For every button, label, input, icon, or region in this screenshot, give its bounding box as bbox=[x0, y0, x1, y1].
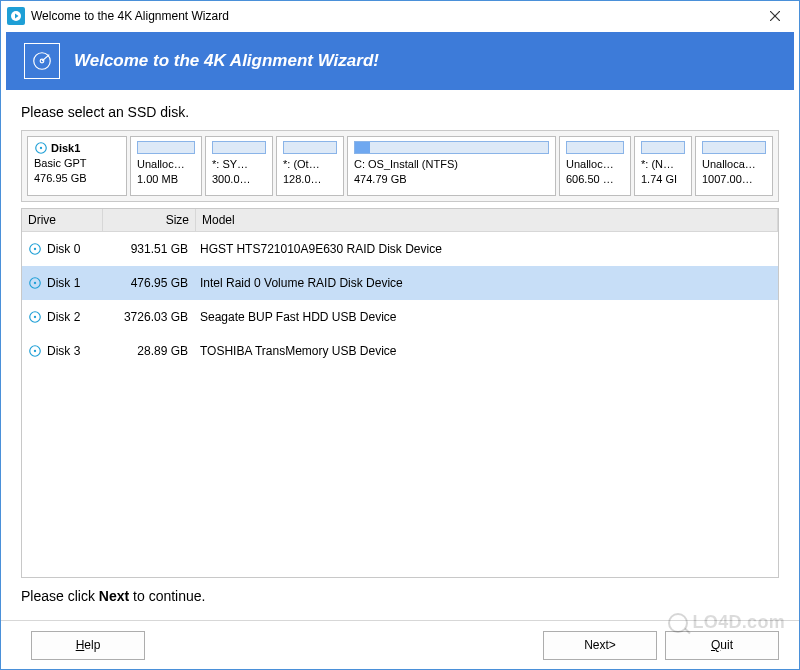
disk-row[interactable]: Disk 0 931.51 GB HGST HTS721010A9E630 RA… bbox=[22, 232, 778, 266]
partition-box[interactable]: Unalloc… 1.00 MB bbox=[130, 136, 202, 196]
disk-grid: Drive Size Model Disk 0 931.51 GB HGST H… bbox=[21, 208, 779, 578]
close-button[interactable] bbox=[757, 2, 793, 30]
partition-sub: 1007.00… bbox=[702, 172, 766, 187]
help-button[interactable]: Help bbox=[31, 631, 145, 660]
svg-point-11 bbox=[34, 282, 36, 284]
partition-sub: 1.00 MB bbox=[137, 172, 195, 187]
partition-label: *: (Ot… bbox=[283, 157, 337, 172]
partition-sub: 300.0… bbox=[212, 172, 266, 187]
quit-button[interactable]: Quit bbox=[665, 631, 779, 660]
drive-label: Disk 3 bbox=[47, 344, 80, 358]
partition-label: *: SY… bbox=[212, 157, 266, 172]
svg-point-13 bbox=[34, 316, 36, 318]
wizard-header: Welcome to the 4K Alignment Wizard! bbox=[6, 32, 794, 90]
drive-model: TOSHIBA TransMemory USB Device bbox=[194, 344, 778, 358]
disk-row[interactable]: Disk 3 28.89 GB TOSHIBA TransMemory USB … bbox=[22, 334, 778, 368]
partition-bar bbox=[212, 141, 266, 154]
svg-line-5 bbox=[42, 55, 49, 61]
drive-size: 931.51 GB bbox=[102, 242, 194, 256]
wizard-window: Welcome to the 4K Alignment Wizard Welco… bbox=[0, 0, 800, 670]
disk-row[interactable]: Disk 2 3726.03 GB Seagate BUP Fast HDD U… bbox=[22, 300, 778, 334]
app-icon bbox=[7, 7, 25, 25]
col-size[interactable]: Size bbox=[103, 209, 196, 231]
partition-box[interactable]: Unalloc… 606.50 … bbox=[559, 136, 631, 196]
partition-bar bbox=[283, 141, 337, 154]
drive-size: 3726.03 GB bbox=[102, 310, 194, 324]
disk-size: 476.95 GB bbox=[34, 171, 120, 186]
drive-label: Disk 1 bbox=[47, 276, 80, 290]
drive-model: Seagate BUP Fast HDD USB Device bbox=[194, 310, 778, 324]
titlebar: Welcome to the 4K Alignment Wizard bbox=[1, 1, 799, 31]
partition-bar bbox=[354, 141, 549, 154]
partition-sub: 474.79 GB bbox=[354, 172, 549, 187]
partition-box[interactable]: Unalloca… 1007.00… bbox=[695, 136, 773, 196]
drive-size: 476.95 GB bbox=[102, 276, 194, 290]
col-model[interactable]: Model bbox=[196, 209, 778, 231]
col-drive[interactable]: Drive bbox=[22, 209, 103, 231]
disk-small-icon bbox=[34, 141, 48, 155]
partition-label: *: (N… bbox=[641, 157, 685, 172]
disk-type: Basic GPT bbox=[34, 156, 120, 171]
partition-box[interactable]: *: SY… 300.0… bbox=[205, 136, 273, 196]
partition-bar bbox=[641, 141, 685, 154]
disk-row-icon bbox=[28, 344, 42, 358]
partition-label: Unalloc… bbox=[566, 157, 624, 172]
partition-bar bbox=[566, 141, 624, 154]
drive-label: Disk 2 bbox=[47, 310, 80, 324]
partition-box[interactable]: *: (Ot… 128.0… bbox=[276, 136, 344, 196]
partition-sub: 606.50 … bbox=[566, 172, 624, 187]
next-button[interactable]: Next> bbox=[543, 631, 657, 660]
disk-icon bbox=[24, 43, 60, 79]
partition-sub: 1.74 GI bbox=[641, 172, 685, 187]
drive-label: Disk 0 bbox=[47, 242, 80, 256]
partition-sub: 128.0… bbox=[283, 172, 337, 187]
partition-box-main[interactable]: C: OS_Install (NTFS) 474.79 GB bbox=[347, 136, 556, 196]
svg-point-15 bbox=[34, 350, 36, 352]
disk-info-box: Disk1 Basic GPT 476.95 GB bbox=[27, 136, 127, 196]
disk-layout: Disk1 Basic GPT 476.95 GB Unalloc… 1.00 … bbox=[21, 130, 779, 202]
drive-model: Intel Raid 0 Volume RAID Disk Device bbox=[194, 276, 778, 290]
partition-label: C: OS_Install (NTFS) bbox=[354, 157, 549, 172]
svg-point-9 bbox=[34, 248, 36, 250]
grid-body: Disk 0 931.51 GB HGST HTS721010A9E630 RA… bbox=[22, 232, 778, 577]
wizard-title: Welcome to the 4K Alignment Wizard! bbox=[74, 51, 379, 71]
partition-label: Unalloca… bbox=[702, 157, 766, 172]
disk-row[interactable]: Disk 1 476.95 GB Intel Raid 0 Volume RAI… bbox=[22, 266, 778, 300]
svg-point-7 bbox=[40, 147, 42, 149]
partition-label: Unalloc… bbox=[137, 157, 195, 172]
disk-row-icon bbox=[28, 310, 42, 324]
partition-bar bbox=[137, 141, 195, 154]
partition-bar bbox=[702, 141, 766, 154]
instruction-text: Please select an SSD disk. bbox=[21, 104, 779, 120]
disk-row-icon bbox=[28, 242, 42, 256]
partition-box[interactable]: *: (N… 1.74 GI bbox=[634, 136, 692, 196]
grid-header: Drive Size Model bbox=[22, 209, 778, 232]
disk-row-icon bbox=[28, 276, 42, 290]
window-title: Welcome to the 4K Alignment Wizard bbox=[31, 9, 757, 23]
hint-text: Please click Next to continue. bbox=[21, 588, 779, 604]
wizard-body: Please select an SSD disk. Disk1 Basic G… bbox=[1, 90, 799, 616]
drive-model: HGST HTS721010A9E630 RAID Disk Device bbox=[194, 242, 778, 256]
footer: Help Next> Quit bbox=[1, 621, 799, 669]
disk-name: Disk1 bbox=[51, 141, 80, 156]
drive-size: 28.89 GB bbox=[102, 344, 194, 358]
